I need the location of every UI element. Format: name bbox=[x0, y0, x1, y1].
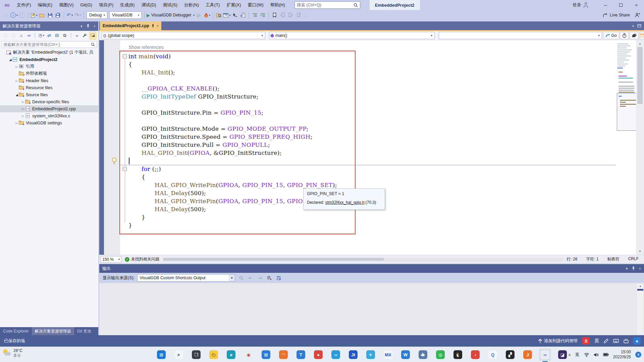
scroll-up-arrow[interactable]: ▲ bbox=[636, 41, 644, 46]
sign-in-link[interactable]: 登录 bbox=[573, 2, 581, 8]
start-debugging-button[interactable]: ▶ VisualGDB Debugger ▾ bbox=[147, 11, 195, 19]
code-line-5[interactable]: __GPIOA_CLK_ENABLE(); bbox=[128, 84, 337, 93]
code-editor[interactable]: Show references int main(void){HAL_Init(… bbox=[99, 40, 644, 255]
menu-item-10[interactable]: 扩展(X) bbox=[223, 1, 244, 9]
bottom-tab-1[interactable]: 解决方案资源管理器 bbox=[32, 327, 74, 335]
declaration-link[interactable]: stm32f4xx_hal_gpio.h bbox=[325, 200, 365, 205]
code-line-9[interactable] bbox=[128, 117, 337, 125]
taskbar-icon-purple-app[interactable]: ◪ bbox=[556, 349, 569, 361]
redo-button[interactable]: ↷▾ bbox=[74, 11, 82, 19]
expander-icon[interactable]: ▷ bbox=[21, 114, 25, 118]
se-back-icon[interactable]: ‹ bbox=[2, 32, 9, 39]
tag-button[interactable] bbox=[630, 32, 639, 39]
vertical-scrollbar[interactable]: ▲ ▼ bbox=[636, 40, 644, 255]
se-properties-icon[interactable] bbox=[81, 32, 88, 39]
tree-item-source-files[interactable]: ◢▼Source files bbox=[0, 91, 98, 98]
increase-indent-button[interactable] bbox=[259, 11, 266, 19]
code-line-2[interactable]: { bbox=[128, 60, 337, 68]
tree-item-embeddedproject2[interactable]: ◢++EmbeddedProject2 bbox=[0, 56, 98, 63]
se-collapse-all-icon[interactable]: ⊟ bbox=[53, 32, 60, 39]
code-line-16[interactable]: { bbox=[128, 173, 337, 181]
expander-icon[interactable]: ▷ bbox=[21, 107, 25, 111]
ime-pen-icon[interactable] bbox=[604, 339, 608, 343]
code-line-12[interactable]: GPIO_InitStructure.Pull = GPIO_NOPULL; bbox=[128, 141, 337, 149]
menu-item-2[interactable]: 视图(V) bbox=[56, 1, 77, 9]
code-line-1[interactable]: int main(void) bbox=[128, 52, 337, 60]
save-all-button[interactable] bbox=[54, 11, 62, 19]
minimize-button[interactable]: ─ bbox=[598, 0, 613, 10]
taskbar-icon-microsoft-store[interactable]: ⊞ bbox=[260, 349, 272, 361]
account-icon[interactable] bbox=[584, 2, 589, 8]
expander-icon[interactable]: ◢ bbox=[8, 58, 12, 61]
member-dropdown[interactable]: main() ▾ bbox=[269, 32, 435, 39]
go-button[interactable]: Go bbox=[603, 32, 619, 39]
taskbar-icon-blue-tool[interactable]: Jt bbox=[347, 349, 359, 361]
quick-search-box[interactable]: 搜索 (Ctrl+Q) bbox=[294, 1, 360, 9]
run-to-cursor-button[interactable] bbox=[231, 11, 238, 19]
solution-explorer-header[interactable]: 解决方案资源管理器 ▾ × bbox=[0, 21, 98, 31]
se-copy-icon[interactable]: ⧉ bbox=[61, 32, 68, 39]
status-column[interactable]: 字符: 1 bbox=[586, 256, 598, 262]
document-tab[interactable]: EmbeddedProject2.cpp × bbox=[100, 21, 161, 30]
solution-configuration-combo[interactable]: Debug▾ bbox=[87, 11, 107, 19]
taskbar-icon-vscode[interactable]: ‹› bbox=[330, 349, 342, 361]
window-menu-icon[interactable]: ▾ bbox=[80, 24, 83, 28]
taskbar-clock[interactable]: 15:00 2022/9/25 bbox=[613, 350, 631, 360]
menu-item-8[interactable]: 分析(N) bbox=[181, 1, 202, 9]
menu-item-6[interactable]: 调试(D) bbox=[138, 1, 159, 9]
attach-button[interactable] bbox=[239, 11, 247, 19]
code-line-6[interactable]: GPIO_InitTypeDef GPIO_InitStructure; bbox=[128, 93, 337, 101]
code-line-17[interactable]: HAL_GPIO_WritePin(GPIOA, GPIO_PIN_15, GP… bbox=[128, 181, 337, 189]
output-source-dropdown[interactable]: VisualGDB Custom Shortcuts Output ▾ bbox=[137, 274, 235, 282]
output-header[interactable]: 输出 ▾ × bbox=[99, 264, 644, 273]
taskbar-icon-wechat[interactable]: ◎ bbox=[434, 349, 446, 361]
taskbar-icon-netease-music[interactable]: ♪ bbox=[469, 349, 481, 361]
code-line-13[interactable]: HAL_GPIO_Init(GPIOA, &GPIO_InitStructure… bbox=[128, 149, 337, 157]
ime-keyboard-icon[interactable] bbox=[613, 339, 619, 343]
speaker-icon[interactable] bbox=[594, 353, 599, 357]
se-show-all-files-icon[interactable]: ‹› bbox=[73, 32, 80, 39]
code-line-4[interactable] bbox=[128, 76, 337, 84]
navigate-backward-button[interactable]: ‹▾ bbox=[10, 11, 18, 19]
tree-item--[interactable]: ↗外部依赖项 bbox=[0, 70, 98, 77]
taskbar-icon-mxnet[interactable]: MX bbox=[382, 349, 394, 361]
code-line-8[interactable]: GPIO_InitStructure.Pin = GPIO_PIN_15; bbox=[128, 109, 337, 117]
scroll-up-arrow[interactable]: ▲ bbox=[637, 284, 643, 288]
bottom-tab-2[interactable]: Git 更改 bbox=[74, 327, 95, 335]
document-health-indicator[interactable]: ✓ 未找到相关问题 bbox=[125, 256, 159, 262]
undo-button[interactable]: ↶▾ bbox=[66, 11, 73, 19]
se-pending-changes-filter-icon[interactable]: ◷▾ bbox=[38, 32, 45, 39]
expander-icon[interactable]: ▷ bbox=[21, 100, 25, 104]
se-sync-with-active-document-icon[interactable]: ⇄ bbox=[46, 32, 53, 39]
se-switch-views-icon[interactable]: ∞ bbox=[25, 32, 33, 39]
output-scrollbar[interactable]: ▲ bbox=[637, 284, 643, 335]
expander-icon[interactable]: ▷ bbox=[15, 65, 19, 68]
live-share-button[interactable]: Live Share bbox=[603, 10, 630, 20]
hot-reload-button[interactable]: ▾ bbox=[203, 11, 211, 19]
expander-icon[interactable]: ◢ bbox=[15, 93, 19, 97]
taskbar-icon-edge[interactable]: e bbox=[225, 349, 237, 361]
tree-item--[interactable]: ▷引用 bbox=[0, 63, 98, 70]
outline-collapse-icon[interactable]: − bbox=[123, 54, 127, 58]
scrollbar-thumb[interactable] bbox=[637, 47, 643, 104]
taskbar-icon-search[interactable]: ⌕ bbox=[173, 349, 185, 361]
pin-icon[interactable] bbox=[632, 266, 635, 270]
code-line-22[interactable]: } bbox=[128, 221, 337, 229]
solution-platform-combo[interactable]: VisualGDB▾ bbox=[109, 11, 142, 19]
minimap-viewport-box[interactable] bbox=[617, 93, 636, 131]
status-line[interactable]: 行: 26 bbox=[567, 256, 577, 262]
notification-count-badge[interactable]: 4 bbox=[635, 352, 641, 358]
next-bookmark-button[interactable] bbox=[287, 11, 294, 19]
expander-icon[interactable]: ▷ bbox=[15, 79, 19, 82]
se-forward-icon[interactable]: › bbox=[10, 32, 17, 39]
tree-item-system-stm32f4xx-c[interactable]: ▷Csystem_stm32f4xx.c bbox=[0, 112, 98, 119]
expander-icon[interactable]: ▷ bbox=[15, 121, 19, 125]
save-button[interactable] bbox=[46, 11, 54, 19]
menu-item-5[interactable]: 生成(B) bbox=[117, 1, 138, 9]
battery-icon[interactable] bbox=[603, 353, 609, 356]
code-line-21[interactable]: } bbox=[128, 213, 337, 221]
goto-previous-message-icon[interactable]: ⇤ bbox=[247, 275, 254, 281]
menu-item-11[interactable]: 窗口(W) bbox=[245, 1, 267, 9]
lightbulb-icon[interactable] bbox=[111, 157, 117, 165]
navigate-forward-button[interactable]: › bbox=[18, 11, 26, 19]
